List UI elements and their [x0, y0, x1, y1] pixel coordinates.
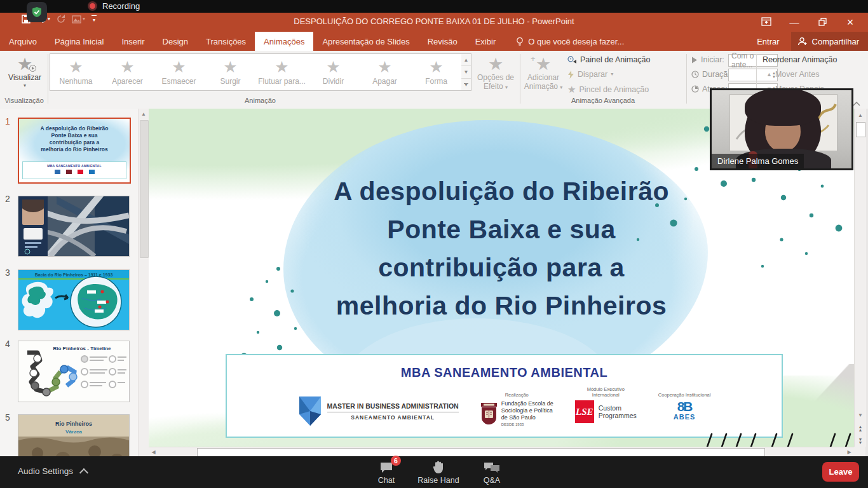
- animation-float[interactable]: ★Flutuar para...: [256, 54, 308, 90]
- star-icon: ★: [172, 59, 186, 75]
- dropdown-arrow-icon: ▾: [560, 85, 562, 90]
- slide-thumbnail-3[interactable]: Bacia do Rio Pinheiros – 1911 e 1933: [18, 269, 130, 330]
- dropdown-arrow-icon: ▾: [24, 83, 26, 88]
- leave-button[interactable]: Leave: [822, 462, 859, 482]
- move-earlier-icon: ▲: [766, 71, 772, 78]
- group-label-animacao: Animação: [50, 97, 471, 104]
- scrollbar-thumb[interactable]: [856, 122, 865, 137]
- animation-fade[interactable]: ★Esmaecer: [153, 54, 205, 90]
- move-earlier-button[interactable]: ▲ Mover Antes: [766, 70, 819, 79]
- participant-name-tag: Dirlene Palma Gomes: [712, 154, 804, 168]
- animation-wipe[interactable]: ★Apagar: [359, 54, 410, 90]
- scroll-right-icon[interactable]: ▶: [844, 447, 854, 457]
- ribbon-display-options-icon: [761, 17, 771, 26]
- effect-options-button[interactable]: ★ Opções de Efeito ▾: [475, 56, 516, 91]
- star-up-icon: ★: [223, 59, 237, 75]
- star-split-icon: ★: [326, 59, 340, 75]
- chat-badge: 6: [391, 456, 401, 466]
- scroll-left-icon[interactable]: ◀: [149, 447, 158, 457]
- meeting-bottom-bar: Audio Settings 6 Chat Raise Hand: [0, 456, 868, 488]
- account-area: Entrar Compartilhar: [745, 32, 868, 51]
- raise-hand-button[interactable]: Raise Hand: [417, 459, 460, 485]
- chat-button[interactable]: 6 Chat: [371, 459, 402, 485]
- gallery-more-icon[interactable]: ▼: [461, 79, 471, 90]
- scroll-up-icon[interactable]: ▲: [139, 109, 149, 119]
- close-button[interactable]: ×: [836, 16, 864, 29]
- preview-button[interactable]: ★ Visualizar ▾: [6, 56, 43, 88]
- share-label: Compartilhar: [812, 37, 859, 46]
- animation-rise[interactable]: ★Surgir: [205, 54, 256, 90]
- tab-arquivo[interactable]: Arquivo: [0, 32, 46, 51]
- clock-icon: [691, 71, 699, 78]
- animation-painter-button[interactable]: ★ Pincel de Animação: [567, 85, 649, 94]
- slide-number: 1: [5, 116, 10, 126]
- recording-indicator: Recording: [88, 1, 140, 11]
- svg-text:Rio Pinheiros - Timeline: Rio Pinheiros - Timeline: [53, 346, 112, 351]
- animation-split[interactable]: ★Dividir: [308, 54, 359, 90]
- screen: Recording ▾ ▾ ▾ DESPOLUIÇÃO D: [0, 0, 868, 488]
- qa-button[interactable]: Q&A: [475, 459, 508, 485]
- collapse-ribbon-icon[interactable]: [853, 102, 860, 106]
- tab-exibir[interactable]: Exibir: [466, 32, 505, 51]
- tab-inserir[interactable]: Inserir: [112, 32, 153, 51]
- webcam-overlay[interactable]: Dirlene Palma Gomes: [710, 88, 853, 170]
- preview-label: Visualizar: [8, 73, 41, 82]
- varzea-photo-art: Rio Pinheiros Várzea: [18, 415, 129, 456]
- gallery-scrollbar: ▲ ▼ ▼: [461, 53, 471, 91]
- thumbnail-scrollbar: ▲: [138, 109, 149, 456]
- restore-button[interactable]: [808, 17, 836, 28]
- gallery-scroll-down-icon[interactable]: ▼: [461, 66, 471, 78]
- clock-delay-icon: [691, 85, 699, 93]
- mini-logo: [55, 170, 60, 174]
- tell-me-search[interactable]: O que você deseja fazer...: [505, 32, 624, 51]
- star-icon: ★: [377, 59, 391, 75]
- slide-number: 3: [5, 268, 10, 278]
- trigger-button[interactable]: Disparar ▾: [567, 70, 613, 79]
- tab-design[interactable]: Design: [154, 32, 197, 51]
- slide-number: 5: [5, 412, 10, 423]
- scrollbar-thumb[interactable]: [197, 448, 765, 457]
- slide-vertical-scrollbar: ▲ ▼ ▲▲ ▼▼: [854, 109, 866, 447]
- ribbon-tab-row: Arquivo Página Inicial Inserir Design Tr…: [0, 32, 868, 51]
- add-animation-button[interactable]: ★ + Adicionar Animação ▾: [524, 56, 563, 91]
- slide-number: 2: [5, 194, 10, 204]
- scroll-down-icon[interactable]: ▼: [855, 410, 866, 421]
- ribbon-display-options-button[interactable]: [752, 17, 780, 28]
- add-animation-icon: ★ +: [536, 56, 551, 73]
- animation-appear[interactable]: ★Aparecer: [102, 54, 153, 90]
- dropdown-arrow-icon: ▾: [611, 72, 613, 77]
- animation-shape[interactable]: ★Forma: [410, 54, 462, 90]
- lightning-icon: [567, 71, 574, 79]
- share-button[interactable]: Compartilhar: [791, 32, 868, 51]
- slide-number: 4: [5, 339, 10, 349]
- tab-apresentacao[interactable]: Apresentação de Slides: [313, 32, 418, 51]
- window-controls: — ×: [752, 13, 864, 32]
- tab-revisao[interactable]: Revisão: [419, 32, 466, 51]
- slide-thumbnail-4[interactable]: Rio Pinheiros - Timeline: [18, 341, 130, 402]
- tab-animacoes[interactable]: Animações: [255, 32, 313, 51]
- recording-dot-icon: [88, 1, 97, 11]
- minimize-button[interactable]: —: [780, 17, 808, 28]
- previous-slide-button[interactable]: ▲▲: [855, 423, 866, 433]
- timeline-art: Rio Pinheiros - Timeline: [18, 341, 129, 402]
- animation-none[interactable]: ★Nenhuma: [50, 54, 102, 90]
- gallery-scroll-up-icon[interactable]: ▲: [461, 54, 471, 66]
- security-shield-badge: [27, 2, 47, 22]
- scroll-up-icon[interactable]: ▲: [855, 110, 866, 121]
- slide-thumbnail-1[interactable]: A despoluição do RibeirãoPonte Baixa e s…: [18, 118, 131, 184]
- start-row: Iniciar:: [691, 55, 724, 64]
- tab-transicoes[interactable]: Transições: [197, 32, 255, 51]
- audio-settings-button[interactable]: Audio Settings: [18, 466, 87, 476]
- slide-thumbnail-5[interactable]: Rio Pinheiros Várzea: [18, 414, 130, 456]
- animation-pane-button[interactable]: Painel de Animação: [567, 55, 651, 64]
- tab-pagina-inicial[interactable]: Página Inicial: [46, 32, 112, 51]
- mini-logo: [66, 170, 72, 174]
- qa-label: Q&A: [484, 476, 500, 485]
- next-slide-button[interactable]: ▼▼: [855, 435, 866, 446]
- tell-me-label: O que você deseja fazer...: [528, 37, 624, 46]
- sign-in-button[interactable]: Entrar: [745, 37, 790, 46]
- group-label-visualizacao: Visualização: [0, 97, 48, 104]
- slide-thumbnail-2[interactable]: [18, 196, 130, 257]
- scrollbar-thumb[interactable]: [140, 120, 149, 258]
- svg-text:Bacia do Rio Pinheiros – 1911: Bacia do Rio Pinheiros – 1911 e 1933: [35, 273, 113, 277]
